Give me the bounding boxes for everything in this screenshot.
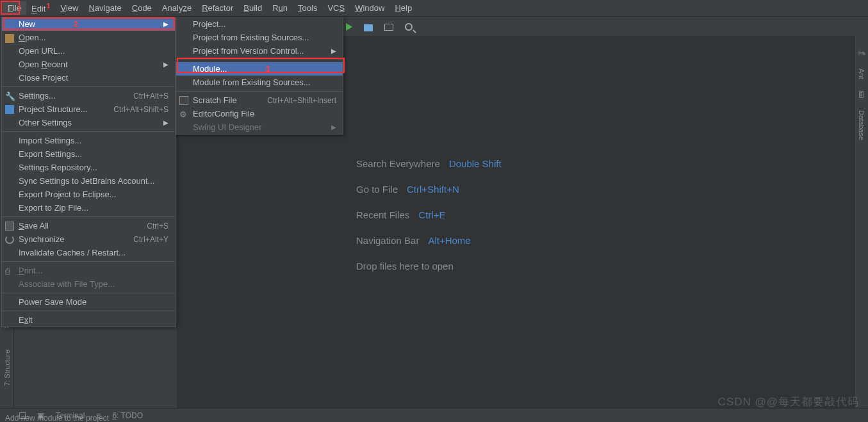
- menu-run[interactable]: Run: [267, 1, 293, 15]
- run-icon[interactable]: [346, 23, 352, 31]
- menu-file[interactable]: File: [3, 1, 26, 15]
- menu-refactor[interactable]: Refactor: [197, 1, 238, 15]
- menu-build[interactable]: Build: [238, 1, 267, 15]
- menuitem-open-recent[interactable]: Open Recent ▶: [2, 58, 175, 71]
- menuitem-import-settings[interactable]: Import Settings...: [2, 134, 175, 147]
- wrench-icon: 🔧: [5, 92, 14, 101]
- menuitem-label: Settings Repository...: [19, 163, 97, 172]
- menuitem-label: Module from Existing Sources...: [193, 77, 311, 87]
- separator: [2, 261, 175, 262]
- menu-window[interactable]: Window: [350, 1, 389, 15]
- menuitem-label: Sync Settings to JetBrains Account...: [19, 176, 154, 186]
- menuitem-settings-repository[interactable]: Settings Repository...: [2, 161, 175, 174]
- file-icon: [179, 96, 188, 105]
- shortcut: Ctrl+Alt+Y: [133, 235, 168, 244]
- welcome-label: Recent Files: [356, 202, 409, 228]
- submenu-arrow-icon: ▶: [331, 124, 336, 131]
- toolwindow-structure[interactable]: 7: Structure: [3, 350, 11, 386]
- menuitem-associate-filetype: Associate with File Type...: [2, 277, 175, 291]
- menuitem-label: Save All: [19, 221, 49, 231]
- menuitem-new[interactable]: New 2 ▶: [2, 17, 175, 31]
- menu-analyze[interactable]: Analyze: [157, 1, 197, 15]
- menuitem-close-project[interactable]: Close Project: [2, 71, 175, 85]
- ant-icon[interactable]: 🐜: [857, 49, 866, 57]
- menuitem-exit[interactable]: Exit: [2, 313, 175, 327]
- menuitem-swing-ui: Swing UI Designer ▶: [176, 120, 343, 134]
- menu-view[interactable]: View: [56, 1, 84, 15]
- menu-edit[interactable]: Edit1: [26, 0, 56, 15]
- submenu-arrow-icon: ▶: [331, 47, 336, 54]
- menu-tools[interactable]: Tools: [293, 1, 322, 15]
- menuitem-label: EditorConfig File: [193, 109, 254, 118]
- separator: [2, 131, 175, 132]
- menuitem-label: Export to Zip File...: [19, 203, 88, 213]
- menu-help[interactable]: Help: [389, 1, 417, 15]
- welcome-key: Ctrl+E: [418, 202, 445, 228]
- menu-code[interactable]: Code: [127, 1, 157, 15]
- annotation-3-label: 3: [265, 65, 270, 74]
- welcome-key: Double Shift: [449, 151, 502, 177]
- menuitem-label: Close Project: [19, 73, 68, 83]
- welcome-label: Drop files here to open: [356, 254, 454, 279]
- menuitem-label: Open...: [19, 33, 46, 42]
- menuitem-editorconfig[interactable]: ⚙ EditorConfig File: [176, 107, 343, 120]
- shortcut: Ctrl+Alt+Shift+Insert: [267, 96, 336, 105]
- menuitem-label: Scratch File: [193, 95, 237, 105]
- menuitem-label: Project from Existing Sources...: [193, 33, 309, 42]
- menuitem-power-save[interactable]: Power Save Mode: [2, 295, 175, 309]
- menuitem-new-project[interactable]: Project...: [176, 17, 343, 31]
- menuitem-other-settings[interactable]: Other Settings ▶: [2, 116, 175, 129]
- annotation-2-label: 2: [74, 20, 78, 29]
- menuitem-label: Import Settings...: [19, 136, 81, 145]
- menuitem-synchronize[interactable]: Synchronize Ctrl+Alt+Y: [2, 232, 175, 246]
- toolwindow-database[interactable]: Database: [858, 110, 865, 140]
- menuitem-scratch-file[interactable]: Scratch File Ctrl+Alt+Shift+Insert: [176, 93, 343, 107]
- menuitem-export-settings[interactable]: Export Settings...: [2, 147, 175, 161]
- menuitem-label: Project...: [193, 19, 225, 29]
- left-toolwindow-stripe: ★ 7: Structure: [0, 320, 14, 408]
- menuitem-new-module[interactable]: Module... 3: [176, 62, 343, 76]
- database-icon[interactable]: 🗄: [858, 91, 865, 99]
- open-icon[interactable]: [364, 24, 373, 31]
- menu-navigate[interactable]: Navigate: [83, 1, 126, 15]
- menuitem-sync-settings[interactable]: Sync Settings to JetBrains Account...: [2, 174, 175, 188]
- welcome-row: Search EverywhereDouble Shift: [356, 151, 502, 177]
- shortcut: Ctrl+Alt+Shift+S: [113, 105, 168, 114]
- menuitem-export-eclipse[interactable]: Export Project to Eclipse...: [2, 188, 175, 201]
- window-icon[interactable]: [384, 24, 393, 31]
- shortcut: Ctrl+Alt+S: [133, 92, 168, 101]
- toolwindow-todo[interactable]: 6: TODO: [112, 411, 143, 420]
- menuitem-label: Print...: [19, 266, 43, 275]
- separator: [2, 311, 175, 311]
- menuitem-settings[interactable]: 🔧 Settings... Ctrl+Alt+S: [2, 89, 175, 102]
- menuitem-save-all[interactable]: Save All Ctrl+S: [2, 219, 175, 232]
- toolwindow-ant[interactable]: Ant: [858, 69, 865, 79]
- menuitem-open-url[interactable]: Open URL...: [2, 44, 175, 58]
- menuitem-export-zip[interactable]: Export to Zip File...: [2, 201, 175, 215]
- project-structure-icon: [5, 105, 14, 114]
- right-toolwindow-stripe: 🐜 Ant 🗄 Database: [854, 36, 868, 408]
- menuitem-label: Other Settings: [19, 118, 72, 127]
- menuitem-label: Project from Version Control...: [193, 46, 304, 56]
- menuitem-print: ⎙ Print...: [2, 264, 175, 277]
- folder-icon: [5, 34, 14, 43]
- menuitem-new-project-existing[interactable]: Project from Existing Sources...: [176, 31, 343, 44]
- separator: [2, 86, 175, 87]
- menuitem-open[interactable]: Open...: [2, 31, 175, 44]
- menuitem-new-module-existing[interactable]: Module from Existing Sources...: [176, 76, 343, 89]
- welcome-row: Navigation BarAlt+Home: [356, 228, 502, 254]
- menu-vcs[interactable]: VCS: [322, 1, 350, 15]
- search-icon[interactable]: [405, 23, 413, 31]
- menuitem-label: Settings...: [19, 91, 56, 101]
- menuitem-new-project-vcs[interactable]: Project from Version Control... ▶: [176, 44, 343, 58]
- separator: [2, 293, 175, 293]
- new-submenu: Project... Project from Existing Sources…: [176, 17, 343, 134]
- menuitem-project-structure[interactable]: Project Structure... Ctrl+Alt+Shift+S: [2, 102, 175, 116]
- bottom-toolwindow-bar: ▣ Terminal ≡ 6: TODO: [0, 408, 868, 422]
- menuitem-label: Export Settings...: [19, 149, 82, 159]
- file-dropdown: New 2 ▶ Open... Open URL... Open Recent …: [1, 17, 176, 327]
- separator: [176, 60, 343, 60]
- menuitem-label: Module...: [193, 64, 227, 74]
- menuitem-invalidate-caches[interactable]: Invalidate Caches / Restart...: [2, 246, 175, 259]
- welcome-label: Search Everywhere: [356, 151, 440, 177]
